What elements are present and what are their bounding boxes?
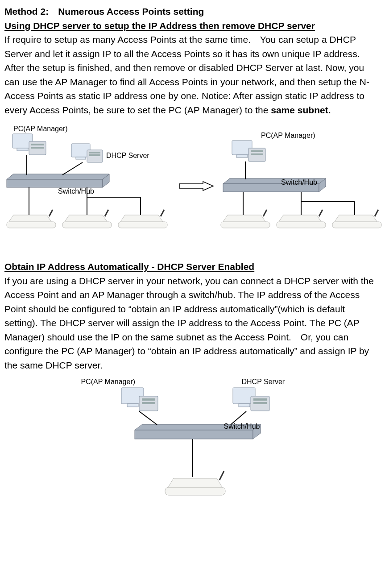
svg-marker-45	[335, 215, 377, 222]
pc-icon	[232, 141, 265, 161]
svg-marker-16	[9, 215, 51, 222]
dhcp-icon	[71, 144, 103, 162]
method2-body-bold: same subnet.	[271, 105, 331, 115]
svg-rect-6	[76, 157, 86, 159]
svg-rect-32	[251, 150, 263, 152]
svg-marker-39	[223, 215, 265, 222]
arrow-icon	[178, 181, 214, 191]
svg-rect-9	[89, 154, 100, 156]
svg-line-69	[219, 471, 224, 480]
svg-rect-67	[165, 487, 225, 495]
svg-marker-28	[179, 182, 213, 190]
svg-marker-10	[7, 174, 109, 179]
diagram-bottom-svg	[68, 377, 318, 506]
svg-line-20	[105, 210, 108, 216]
svg-rect-52	[127, 404, 138, 407]
svg-rect-15	[7, 222, 56, 228]
svg-line-43	[319, 210, 323, 216]
svg-line-17	[49, 210, 53, 216]
svg-marker-22	[120, 215, 163, 222]
svg-marker-42	[279, 215, 321, 222]
pc-icon	[12, 134, 46, 155]
svg-rect-60	[253, 402, 267, 404]
ap-icon-3	[332, 210, 381, 228]
section2-body: If you are using a DHCP server in your n…	[4, 274, 381, 373]
dhcp-icon	[233, 388, 269, 411]
svg-rect-3	[31, 144, 44, 145]
method2-title: Method 2: Numerous Access Points setting	[4, 4, 381, 19]
svg-rect-33	[251, 153, 263, 155]
svg-rect-1	[17, 148, 28, 151]
diagramC-pc-label: PC(AP Manager)	[81, 377, 136, 387]
svg-rect-4	[31, 147, 44, 149]
diagramB-switch-label: Switch/Hub	[281, 177, 317, 188]
diagramA-dhcp-label: DHCP Server	[106, 150, 149, 161]
ap-icon	[165, 471, 225, 495]
svg-rect-18	[62, 222, 112, 228]
diagram-row-top: PC(AP Manager) DHCP Server Switch/Hub	[4, 126, 381, 246]
svg-line-23	[161, 210, 164, 216]
svg-rect-30	[236, 155, 248, 157]
svg-rect-55	[142, 402, 155, 404]
diagram-right: PC(AP Manager) Switch/Hub	[219, 126, 385, 246]
diagramC-dhcp-label: DHCP Server	[242, 377, 285, 387]
diagram-left: PC(AP Manager) DHCP Server Switch/Hub	[4, 126, 174, 246]
method2-subtitle: Using DHCP server to setup the IP Addres…	[4, 19, 381, 33]
svg-line-64	[139, 411, 157, 425]
diagramA-pc-label: PC(AP Manager)	[13, 124, 68, 134]
diagramA-switch-label: Switch/Hub	[58, 186, 94, 197]
svg-rect-57	[239, 404, 250, 407]
method2-body: If require to setup as many Access Point…	[4, 33, 381, 117]
svg-rect-54	[142, 398, 155, 401]
svg-rect-44	[332, 222, 381, 228]
switch-icon	[7, 174, 109, 187]
ap-icon-1	[221, 210, 270, 228]
svg-rect-8	[89, 152, 100, 153]
method2-body-pre: If require to setup as many Access Point…	[4, 34, 369, 115]
svg-line-14	[62, 162, 83, 175]
ap-icon-1	[7, 210, 56, 228]
svg-marker-19	[65, 215, 107, 222]
svg-line-46	[375, 210, 378, 216]
section2-title: Obtain IP Address Automatically - DHCP S…	[4, 260, 381, 274]
svg-marker-68	[168, 478, 222, 487]
svg-line-40	[263, 210, 267, 216]
ap-icon-3	[118, 210, 167, 228]
diagram-bottom: PC(AP Manager) DHCP Server Switch/Hub	[68, 377, 318, 506]
pc-icon	[121, 388, 158, 411]
diagramC-switch-label: Switch/Hub	[224, 421, 260, 432]
diagramB-pc-label: PC(AP Manager)	[261, 130, 315, 141]
svg-rect-21	[118, 222, 167, 228]
svg-rect-38	[221, 222, 270, 228]
svg-rect-59	[253, 398, 267, 401]
svg-rect-41	[277, 222, 326, 228]
